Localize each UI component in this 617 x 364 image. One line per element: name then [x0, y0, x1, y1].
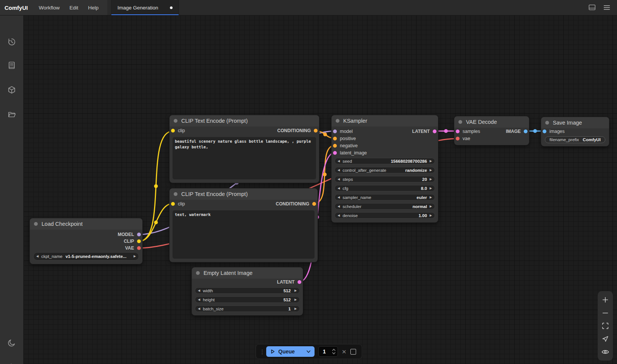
collapse-dot[interactable] [458, 120, 462, 124]
widget-cfg[interactable]: ◀ cfg 8.0 ▶ [335, 185, 435, 191]
stepper-right-icon[interactable]: ▶ [295, 289, 297, 292]
stepper-left-icon[interactable]: ◀ [36, 255, 39, 258]
stepper-right-icon[interactable]: ▶ [430, 196, 432, 199]
stepper-right-icon[interactable]: ▶ [430, 187, 432, 190]
widget-seed[interactable]: ◀ seed 156680208700286 ▶ [335, 158, 435, 164]
workflows-folder-icon[interactable] [7, 110, 16, 119]
model-library-icon[interactable] [7, 85, 16, 94]
select-mode-cursor-icon[interactable] [601, 335, 609, 343]
stepper-down-icon[interactable] [332, 352, 336, 355]
input-port-clip[interactable] [171, 202, 175, 206]
stepper-up-icon[interactable] [332, 349, 336, 351]
output-port-latent[interactable] [433, 130, 437, 133]
widget-scheduler[interactable]: ◀ scheduler normal ▶ [335, 203, 435, 210]
node-header[interactable]: Empty Latent Image [192, 267, 303, 279]
collapse-dot[interactable] [196, 271, 200, 275]
queue-options-chevron-icon[interactable] [306, 349, 311, 354]
stepper-right-icon[interactable]: ▶ [295, 298, 297, 301]
stepper-right-icon[interactable]: ▶ [430, 214, 432, 217]
widget-sampler-name[interactable]: ◀ sampler_name euler ▶ [335, 194, 435, 201]
input-port-samples[interactable] [456, 130, 460, 133]
menu-help[interactable]: Help [83, 5, 103, 11]
input-port-latent-image[interactable] [333, 151, 337, 155]
stepper-right-icon[interactable]: ▶ [430, 178, 432, 181]
node-header[interactable]: CLIP Text Encode (Prompt) [170, 188, 318, 200]
toggle-link-visibility-eye-icon[interactable] [601, 348, 609, 356]
widget-ckpt-name[interactable]: ◀ ckpt_name v1-5-pruned-emaonly.safete..… [33, 252, 139, 261]
output-port-conditioning[interactable] [312, 202, 316, 206]
widget-value: randomize [405, 168, 427, 173]
collapse-dot[interactable] [174, 192, 177, 196]
stepper-left-icon[interactable]: ◀ [338, 169, 340, 172]
widget-control-after-generate[interactable]: ◀ control_after_generate randomize ▶ [335, 167, 435, 173]
clear-queue-icon[interactable]: ✕ [342, 349, 347, 355]
queue-button[interactable]: Queue [266, 346, 315, 357]
fit-view-icon[interactable] [601, 322, 609, 330]
theme-toggle-moon-icon[interactable] [7, 338, 16, 347]
stepper-right-icon[interactable]: ▶ [134, 255, 136, 258]
stepper-right-icon[interactable]: ▶ [430, 169, 432, 172]
node-ksampler[interactable]: KSampler model LATENT positive negative … [332, 115, 438, 222]
bottom-panel-icon[interactable] [588, 4, 596, 11]
collapse-dot[interactable] [34, 222, 38, 226]
stepper-right-icon[interactable]: ▶ [295, 307, 297, 310]
queue-log-icon[interactable] [7, 61, 16, 70]
stepper-left-icon[interactable]: ◀ [338, 187, 340, 190]
widget-filename-prefix[interactable]: filename_prefix ComfyUI [545, 136, 605, 143]
menu-edit[interactable]: Edit [65, 5, 83, 11]
input-port-clip[interactable] [171, 129, 175, 133]
stepper-left-icon[interactable]: ◀ [338, 214, 340, 217]
input-port-positive[interactable] [333, 137, 337, 140]
graph-canvas[interactable] [23, 15, 617, 364]
widget-batch-size[interactable]: ◀ batch_size 1 ▶ [195, 305, 300, 312]
output-port-vae[interactable] [137, 246, 141, 250]
widget-height[interactable]: ◀ height 512 ▶ [195, 296, 300, 303]
stepper-left-icon[interactable]: ◀ [338, 160, 340, 163]
node-header[interactable]: CLIP Text Encode (Prompt) [170, 115, 319, 126]
input-port-images[interactable] [543, 130, 546, 133]
output-port-clip[interactable] [137, 239, 141, 243]
node-clip-text-encode-negative[interactable]: CLIP Text Encode (Prompt) clip CONDITION… [170, 188, 318, 262]
stepper-right-icon[interactable]: ▶ [430, 205, 432, 208]
output-port-model[interactable] [137, 233, 141, 236]
stepper-left-icon[interactable]: ◀ [198, 289, 200, 292]
node-header[interactable]: Load Checkpoint [30, 218, 142, 230]
widget-steps[interactable]: ◀ steps 20 ▶ [335, 176, 435, 182]
hamburger-menu-icon[interactable] [603, 5, 610, 11]
batch-count-stepper[interactable]: 1 [318, 346, 338, 357]
output-port-conditioning[interactable] [314, 129, 318, 133]
menu-workflow[interactable]: Workflow [34, 5, 65, 11]
collapse-dot[interactable] [545, 121, 549, 125]
node-save-image[interactable]: Save Image images filename_prefix ComfyU… [541, 117, 609, 146]
widget-denoise[interactable]: ◀ denoise 1.00 ▶ [335, 212, 435, 219]
node-header[interactable]: Save Image [541, 117, 609, 128]
input-port-model[interactable] [333, 130, 337, 133]
output-port-latent[interactable] [298, 280, 301, 284]
node-header[interactable]: VAE Decode [454, 116, 529, 128]
prompt-textarea[interactable]: beautiful scenery nature glass bottle la… [173, 137, 316, 179]
node-empty-latent-image[interactable]: Empty Latent Image LATENT ◀ width 512 ▶ … [192, 267, 303, 315]
node-load-checkpoint[interactable]: Load Checkpoint MODEL CLIP VAE ◀ ckpt_na… [30, 218, 142, 264]
input-port-vae[interactable] [456, 137, 460, 140]
zoom-out-icon[interactable] [601, 309, 609, 317]
output-port-image[interactable] [524, 130, 528, 133]
collapse-dot[interactable] [336, 119, 339, 123]
collapse-dot[interactable] [174, 119, 177, 123]
drag-handle-icon[interactable]: ⋮ [259, 349, 262, 355]
stepper-left-icon[interactable]: ◀ [338, 196, 340, 199]
input-port-negative[interactable] [333, 144, 337, 148]
widget-width[interactable]: ◀ width 512 ▶ [195, 287, 300, 294]
node-header[interactable]: KSampler [332, 115, 438, 126]
stepper-right-icon[interactable]: ▶ [430, 160, 432, 163]
stop-icon[interactable] [350, 349, 356, 355]
stepper-left-icon[interactable]: ◀ [198, 298, 200, 301]
prompt-textarea[interactable]: text, watermark [173, 210, 315, 259]
history-icon[interactable] [7, 37, 16, 46]
node-vae-decode[interactable]: VAE Decode samples IMAGE vae [454, 116, 529, 145]
stepper-left-icon[interactable]: ◀ [198, 307, 200, 310]
tab-image-generation[interactable]: Image Generation [111, 0, 179, 15]
stepper-left-icon[interactable]: ◀ [338, 178, 340, 181]
node-clip-text-encode-positive[interactable]: CLIP Text Encode (Prompt) clip CONDITION… [170, 115, 319, 183]
zoom-in-icon[interactable] [601, 296, 609, 304]
stepper-left-icon[interactable]: ◀ [338, 205, 340, 208]
